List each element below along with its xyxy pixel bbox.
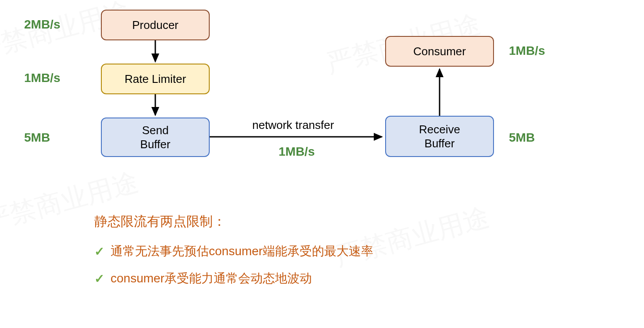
consumer-box: Consumer	[385, 36, 494, 67]
check-icon: ✓	[94, 244, 104, 259]
producer-rate-label: 2MB/s	[24, 18, 60, 32]
consumer-rate-label: 1MB/s	[509, 44, 545, 58]
notes-item-1-text: 通常无法事先预估consumer端能承受的最大速率	[111, 243, 373, 260]
send-buffer-box: Send Buffer	[101, 118, 210, 157]
notes-section: 静态限流有两点限制： ✓ 通常无法事先预估consumer端能承受的最大速率 ✓…	[94, 213, 373, 297]
send-buffer-size-label: 5MB	[24, 131, 50, 145]
notes-item-2: ✓ consumer承受能力通常会动态地波动	[94, 270, 373, 287]
rate-limiter-box: Rate Limiter	[101, 64, 210, 94]
receive-buffer-size-label: 5MB	[509, 131, 535, 145]
rate-limiter-rate-label: 1MB/s	[24, 71, 60, 85]
notes-title: 静态限流有两点限制：	[94, 213, 373, 231]
network-rate-label: 1MB/s	[279, 145, 315, 159]
notes-item-1: ✓ 通常无法事先预估consumer端能承受的最大速率	[94, 243, 373, 260]
receive-buffer-box: Receive Buffer	[385, 116, 494, 157]
producer-box: Producer	[101, 10, 210, 40]
check-icon: ✓	[94, 271, 104, 286]
notes-item-2-text: consumer承受能力通常会动态地波动	[111, 270, 312, 287]
network-transfer-label: network transfer	[252, 118, 334, 132]
